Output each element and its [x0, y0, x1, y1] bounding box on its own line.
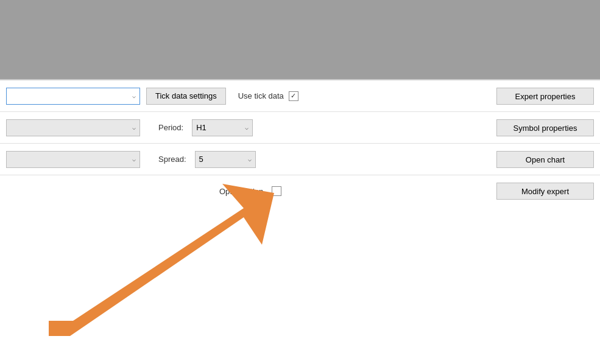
- dropdown-2[interactable]: ⌵: [6, 119, 140, 136]
- period-label: Period:: [158, 123, 183, 132]
- period-value: H1: [196, 123, 206, 132]
- expert-properties-button[interactable]: Expert properties: [496, 88, 594, 105]
- gray-header: [0, 0, 600, 79]
- dropdown-1[interactable]: ⌵: [6, 88, 140, 105]
- period-dropdown[interactable]: H1 ⌵: [192, 119, 253, 136]
- chevron-down-icon-4: ⌵: [132, 156, 136, 163]
- dropdown-3[interactable]: ⌵: [6, 151, 140, 168]
- chevron-down-icon-3: ⌵: [245, 124, 249, 131]
- optimization-label: Optimization: [219, 187, 263, 196]
- modify-expert-button[interactable]: Modify expert: [496, 183, 594, 200]
- arrow-svg: [37, 184, 280, 342]
- chevron-down-icon-5: ⌵: [248, 156, 252, 163]
- use-tick-checkbox[interactable]: [289, 91, 298, 101]
- optimization-checkbox[interactable]: [272, 186, 281, 196]
- spread-value: 5: [199, 155, 203, 164]
- tick-data-settings-button[interactable]: Tick data settings: [146, 88, 226, 105]
- spread-dropdown[interactable]: 5 ⌵: [195, 151, 256, 168]
- use-tick-label: Use tick data: [238, 91, 284, 100]
- open-chart-button[interactable]: Open chart: [496, 151, 594, 168]
- chevron-down-icon-1: ⌵: [132, 93, 136, 99]
- spread-label: Spread:: [158, 155, 186, 164]
- symbol-properties-button[interactable]: Symbol properties: [496, 119, 594, 136]
- chevron-down-icon-2: ⌵: [132, 124, 136, 131]
